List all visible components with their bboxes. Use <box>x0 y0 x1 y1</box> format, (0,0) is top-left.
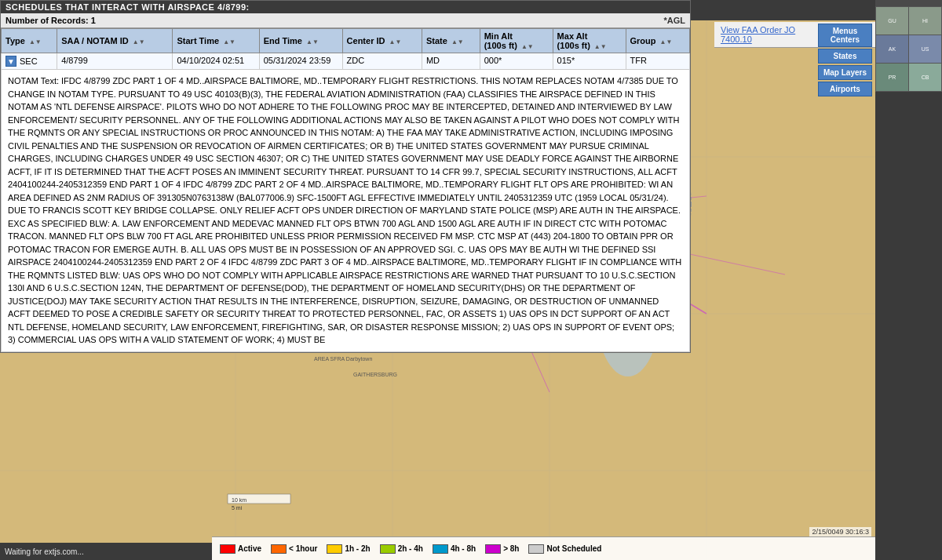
records-count: Number of Records: 1 <box>5 16 96 25</box>
legend-1hour: < 1hour <box>271 544 317 554</box>
table-row: ▼SEC 4/8799 04/10/2024 02:51 05/31/2024 … <box>2 53 690 70</box>
menus-centers-button[interactable]: MenusCenters <box>818 24 872 47</box>
cell-end-time: 05/31/2024 23:59 <box>259 53 342 70</box>
col-start-time[interactable]: Start Time ▲▼ <box>173 29 259 53</box>
state-thumb-us[interactable]: US <box>909 35 941 63</box>
cell-center-id: ZDC <box>342 53 422 70</box>
legend-4h8h-color <box>433 544 448 554</box>
legend-4h8h: 4h - 8h <box>433 544 476 554</box>
col-state[interactable]: State ▲▼ <box>422 29 480 53</box>
notam-title-bar: SCHEDULES THAT INTERACT WITH AIRSPACE 4/… <box>1 1 690 13</box>
table-header-row: Type ▲▼ SAA / NOTAM ID ▲▼ Start Time ▲▼ … <box>2 29 690 53</box>
legend-bar: Active < 1hour 1h - 2h 2h - 4h 4h - 8h >… <box>212 536 875 560</box>
col-end-time[interactable]: End Time ▲▼ <box>259 29 342 53</box>
cell-max-alt: 015* <box>553 53 626 70</box>
notam-table: Type ▲▼ SAA / NOTAM ID ▲▼ Start Time ▲▼ … <box>1 28 690 352</box>
notam-title: SCHEDULES THAT INTERACT WITH AIRSPACE 4/… <box>5 2 250 12</box>
notam-text-cell: NOTAM Text: IFDC 4/8799 ZDC PART 1 OF 4 … <box>2 70 690 352</box>
col-type[interactable]: Type ▲▼ <box>2 29 57 53</box>
states-button[interactable]: States <box>818 49 872 64</box>
cell-group: TFR <box>626 53 689 70</box>
legend-1h2h-color <box>327 544 342 554</box>
status-text: Waiting for extjs.com... <box>5 547 84 556</box>
svg-text:10 km: 10 km <box>232 497 246 503</box>
notam-content-area[interactable]: Type ▲▼ SAA / NOTAM ID ▲▼ Start Time ▲▼ … <box>1 28 690 352</box>
cell-state: MD <box>422 53 480 70</box>
col-max-alt[interactable]: Max Alt(100s ft) ▲▼ <box>553 29 626 53</box>
legend-not-scheduled: Not Scheduled <box>528 544 601 554</box>
sidebar-header <box>875 0 942 6</box>
svg-text:AREA SFRA Darbytown: AREA SFRA Darbytown <box>314 356 372 362</box>
col-notam-id[interactable]: SAA / NOTAM ID ▲▼ <box>57 29 173 53</box>
notam-text-content: NOTAM Text: IFDC 4/8799 ZDC PART 1 OF 4 … <box>8 75 683 347</box>
cell-notam-id: 4/8799 <box>57 53 173 70</box>
expand-button[interactable]: ▼ <box>5 56 16 67</box>
col-group[interactable]: Group ▲▼ <box>626 29 689 53</box>
legend-gt8h-color <box>485 544 501 554</box>
state-thumb-pr[interactable]: PR <box>876 64 908 91</box>
state-thumb-gu[interactable]: GU <box>876 7 908 35</box>
col-center-id[interactable]: Center ID ▲▼ <box>342 29 422 53</box>
right-sidebar: GU HI AK US PR CB <box>875 0 942 560</box>
agl-badge: *AGL <box>664 16 686 25</box>
airports-button[interactable]: Airports <box>818 82 872 96</box>
status-bar: Waiting for extjs.com... <box>0 543 212 560</box>
cell-start-time: 04/10/2024 02:51 <box>173 53 259 70</box>
legend-2h4h: 2h - 4h <box>380 544 423 554</box>
map-buttons-panel: MenusCenters States Map Layers Airports <box>815 20 875 100</box>
timestamp: 2/15/0049 30:16:3 <box>809 527 871 536</box>
legend-active: Active <box>220 544 261 554</box>
svg-text:5 mi: 5 mi <box>232 505 243 511</box>
legend-not-scheduled-color <box>528 544 544 554</box>
legend-gt8h: > 8h <box>485 544 519 554</box>
state-thumb-hi[interactable]: HI <box>909 7 941 35</box>
state-thumbnails: GU HI AK US PR CB <box>875 6 942 92</box>
notam-panel: SCHEDULES THAT INTERACT WITH AIRSPACE 4/… <box>0 0 691 353</box>
cell-type-text: SEC <box>20 56 38 66</box>
faa-order-link[interactable]: View FAA Order JO 7400.10 <box>721 25 818 44</box>
col-min-alt[interactable]: Min Alt(100s ft) ▲▼ <box>480 29 553 53</box>
cell-min-alt: 000* <box>480 53 553 70</box>
legend-1hour-color <box>271 544 287 554</box>
notam-text-row: NOTAM Text: IFDC 4/8799 ZDC PART 1 OF 4 … <box>2 70 690 352</box>
cell-expand[interactable]: ▼SEC <box>2 53 57 70</box>
state-thumb-ak[interactable]: AK <box>876 35 908 63</box>
notam-toolbar: Number of Records: 1 *AGL <box>1 13 690 28</box>
map-layers-button[interactable]: Map Layers <box>818 65 872 80</box>
state-thumb-cb[interactable]: CB <box>909 64 941 91</box>
legend-2h4h-color <box>380 544 396 554</box>
legend-1h2h: 1h - 2h <box>327 544 370 554</box>
legend-active-color <box>220 544 236 554</box>
svg-text:GAITHERSBURG: GAITHERSBURG <box>353 372 397 377</box>
